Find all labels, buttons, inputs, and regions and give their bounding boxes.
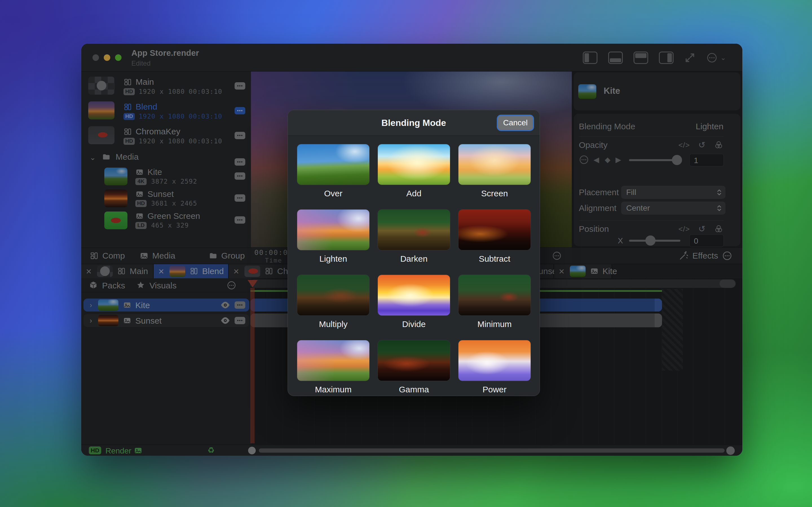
blend-mode-option[interactable]: Subtract — [458, 210, 530, 264]
blend-mode-preview — [297, 340, 369, 381]
blend-mode-preview — [297, 210, 369, 250]
blend-mode-preview — [378, 275, 450, 316]
blend-mode-preview — [297, 144, 369, 185]
blend-mode-option[interactable]: Darken — [378, 210, 450, 264]
blend-mode-option[interactable]: Gamma — [378, 340, 450, 394]
blend-mode-option[interactable]: Power — [458, 340, 530, 394]
blend-mode-preview — [378, 144, 450, 185]
blend-mode-option[interactable]: Multiply — [297, 275, 369, 329]
blend-mode-preview — [458, 210, 530, 250]
blend-mode-label: Minimum — [458, 320, 530, 329]
blend-mode-label: Subtract — [458, 254, 530, 264]
blend-mode-grid: Over Add Screen Lighten Darken Subtract … — [297, 144, 530, 394]
blend-mode-preview — [378, 340, 450, 381]
dialog-header: Blending Mode Cancel — [288, 110, 540, 136]
blend-mode-option[interactable]: Over — [297, 144, 369, 198]
blend-mode-option[interactable]: Minimum — [458, 275, 530, 329]
blend-mode-label: Power — [458, 385, 530, 394]
blend-mode-preview — [378, 210, 450, 250]
blend-mode-preview — [297, 275, 369, 316]
desktop-wallpaper: App Store.render Edited ⌄ Main — [0, 0, 812, 507]
blend-mode-label: Over — [297, 189, 369, 198]
blend-mode-preview — [458, 340, 530, 381]
blend-mode-label: Add — [378, 189, 450, 198]
app-window: App Store.render Edited ⌄ Main — [81, 44, 742, 456]
blend-mode-option[interactable]: Screen — [458, 144, 530, 198]
blend-mode-option[interactable]: Divide — [378, 275, 450, 329]
blend-mode-option[interactable]: Lighten — [297, 210, 369, 264]
blending-mode-dialog: Blending Mode Cancel Over Add Screen Lig… — [288, 110, 540, 396]
blend-mode-label: Lighten — [297, 254, 369, 264]
blend-mode-preview — [458, 275, 530, 316]
blend-mode-label: Darken — [378, 254, 450, 264]
blend-mode-label: Gamma — [378, 385, 450, 394]
blend-mode-label: Screen — [458, 189, 530, 198]
blend-mode-label: Divide — [378, 320, 450, 329]
blend-mode-option[interactable]: Maximum — [297, 340, 369, 394]
blend-mode-preview — [458, 144, 530, 185]
blend-mode-label: Multiply — [297, 320, 369, 329]
cancel-button[interactable]: Cancel — [498, 116, 533, 130]
blend-mode-label: Maximum — [297, 385, 369, 394]
blend-mode-option[interactable]: Add — [378, 144, 450, 198]
